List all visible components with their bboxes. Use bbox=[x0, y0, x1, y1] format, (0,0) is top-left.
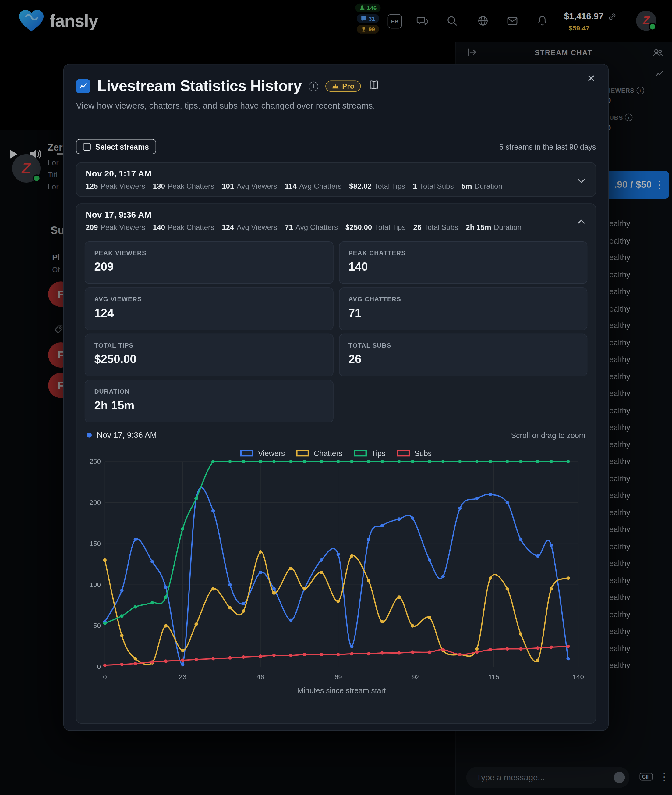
legend-item-chatters[interactable]: Chatters bbox=[296, 449, 343, 457]
svg-text:69: 69 bbox=[334, 673, 342, 681]
stat-card-value: 2h 15m bbox=[94, 399, 323, 412]
stat-card-value: 26 bbox=[349, 353, 578, 366]
stat-card-value: $250.00 bbox=[94, 353, 323, 366]
legend-label: Chatters bbox=[314, 449, 342, 457]
stat-label-inline: Total Subs bbox=[419, 182, 454, 190]
stat-label-inline: Peak Viewers bbox=[101, 223, 145, 231]
stat-value-inline: 125 bbox=[86, 182, 98, 190]
zoom-hint: Scroll or drag to zoom bbox=[511, 431, 585, 439]
svg-text:0: 0 bbox=[103, 673, 107, 681]
stat-value-inline: 5m bbox=[461, 182, 472, 190]
stat-value-inline: 209 bbox=[86, 223, 98, 231]
stream-stats-line: 125Peak Viewers130Peak Chatters101Avg Vi… bbox=[86, 182, 586, 190]
stat-label-inline: Avg Viewers bbox=[237, 223, 277, 231]
stat-card-label: PEAK VIEWERS bbox=[94, 250, 323, 256]
stat-card: PEAK CHATTERS140 bbox=[339, 241, 587, 284]
stat-value-inline: 2h 15m bbox=[466, 223, 491, 231]
stat-label-inline: Avg Chatters bbox=[299, 182, 341, 190]
chart-icon bbox=[76, 79, 90, 94]
legend-item-subs[interactable]: Subs bbox=[397, 449, 432, 457]
stat-card: TOTAL SUBS26 bbox=[339, 334, 587, 377]
svg-text:115: 115 bbox=[488, 673, 499, 681]
legend-item-tips[interactable]: Tips bbox=[354, 449, 386, 457]
stat-card: TOTAL TIPS$250.00 bbox=[85, 334, 333, 377]
streams-summary: 6 streams in the last 90 days bbox=[499, 143, 596, 151]
stat-value-inline: 124 bbox=[222, 223, 234, 231]
modal-subtitle: View how viewers, chatters, tips, and su… bbox=[76, 101, 596, 111]
stat-label-inline: Total Tips bbox=[375, 223, 406, 231]
close-icon[interactable]: × bbox=[587, 72, 595, 85]
modal-header: Livestream Statistics History i Pro × bbox=[76, 64, 596, 95]
stat-card-label: AVG VIEWERS bbox=[94, 296, 323, 303]
series-dot-icon bbox=[86, 433, 92, 438]
stat-card-value: 124 bbox=[94, 306, 323, 320]
legend-swatch bbox=[296, 450, 309, 457]
stats-line-chart[interactable]: ViewersChattersTipsSubs02346699211514005… bbox=[85, 444, 587, 700]
legend-swatch bbox=[354, 450, 367, 457]
chart-header-row: Nov 17, 9:36 AMScroll or drag to zoom bbox=[77, 430, 595, 439]
svg-text:200: 200 bbox=[90, 499, 101, 506]
stat-value-inline: 140 bbox=[153, 223, 165, 231]
legend-label: Subs bbox=[414, 449, 432, 457]
legend-item-viewers[interactable]: Viewers bbox=[240, 449, 285, 457]
stat-value-inline: 101 bbox=[222, 182, 234, 190]
stream-card: Nov 17, 9:36 AM209Peak Viewers140Peak Ch… bbox=[76, 203, 596, 724]
stat-card-value: 209 bbox=[94, 260, 323, 274]
svg-text:46: 46 bbox=[256, 673, 264, 681]
stream-date: Nov 17, 9:36 AM bbox=[86, 210, 586, 220]
stream-list: Nov 20, 1:17 AM125Peak Viewers130Peak Ch… bbox=[76, 162, 596, 724]
stat-label-inline: Peak Viewers bbox=[101, 182, 145, 190]
legend-swatch bbox=[397, 450, 410, 457]
pro-badge: Pro bbox=[325, 81, 361, 92]
select-streams-button[interactable]: Select streams bbox=[76, 139, 156, 154]
modal-toolbar: Select streams 6 streams in the last 90 … bbox=[76, 139, 596, 154]
stat-card-value: 140 bbox=[349, 260, 578, 274]
svg-text:100: 100 bbox=[90, 581, 101, 589]
legend-label: Tips bbox=[371, 449, 386, 457]
stat-label-inline: Total Subs bbox=[424, 223, 458, 231]
stat-value-inline: 26 bbox=[413, 223, 421, 231]
line-chart-svg: 023466992115140050100150200250Minutes si… bbox=[85, 444, 587, 700]
stat-label-inline: Peak Chatters bbox=[168, 223, 214, 231]
chevron-down-icon[interactable] bbox=[577, 176, 586, 185]
stat-card-label: AVG CHATTERS bbox=[349, 296, 578, 303]
stat-card-value: 71 bbox=[349, 306, 578, 320]
stat-card: AVG CHATTERS71 bbox=[339, 287, 587, 330]
stream-row-header[interactable]: Nov 17, 9:36 AM209Peak Viewers140Peak Ch… bbox=[77, 204, 595, 237]
chart-stream-date: Nov 17, 9:36 AM bbox=[97, 430, 157, 439]
docs-icon[interactable] bbox=[368, 80, 380, 92]
stat-card-label: DURATION bbox=[94, 388, 323, 395]
stream-stats-line: 209Peak Viewers140Peak Chatters124Avg Vi… bbox=[86, 223, 586, 231]
stat-value-inline: $82.02 bbox=[349, 182, 372, 190]
stat-card: AVG VIEWERS124 bbox=[85, 287, 333, 330]
legend-swatch bbox=[240, 450, 253, 457]
svg-text:0: 0 bbox=[97, 663, 101, 671]
stream-stat-grid: PEAK VIEWERS209PEAK CHATTERS140AVG VIEWE… bbox=[77, 241, 595, 423]
chart-legend: ViewersChattersTipsSubs bbox=[85, 449, 587, 457]
svg-text:140: 140 bbox=[573, 673, 584, 681]
svg-text:23: 23 bbox=[179, 673, 186, 681]
stat-value-inline: 130 bbox=[153, 182, 165, 190]
svg-text:50: 50 bbox=[93, 622, 101, 630]
stream-row-header[interactable]: Nov 20, 1:17 AM125Peak Viewers130Peak Ch… bbox=[77, 163, 595, 196]
svg-text:92: 92 bbox=[412, 673, 420, 681]
stat-label-inline: Avg Chatters bbox=[296, 223, 338, 231]
stat-card-label: PEAK CHATTERS bbox=[349, 250, 578, 256]
info-icon[interactable]: i bbox=[309, 82, 318, 91]
chevron-up-icon[interactable] bbox=[577, 217, 586, 226]
svg-text:150: 150 bbox=[90, 540, 101, 548]
stat-label-inline: Duration bbox=[494, 223, 522, 231]
stat-value-inline: $250.00 bbox=[346, 223, 372, 231]
stat-card-label: TOTAL SUBS bbox=[349, 342, 578, 349]
stat-label-inline: Peak Chatters bbox=[168, 182, 214, 190]
checkbox-icon bbox=[83, 143, 91, 150]
stream-card: Nov 20, 1:17 AM125Peak Viewers130Peak Ch… bbox=[76, 162, 596, 197]
stat-card: PEAK VIEWERS209 bbox=[85, 241, 333, 284]
svg-text:250: 250 bbox=[90, 458, 101, 465]
stat-value-inline: 71 bbox=[285, 223, 293, 231]
stat-card: DURATION2h 15m bbox=[85, 380, 333, 423]
livestream-stats-modal: Livestream Statistics History i Pro × Vi… bbox=[63, 64, 609, 731]
app: Z Zer Lor Titl Lor Sub Pl Of F F F STREA… bbox=[0, 0, 672, 795]
legend-label: Viewers bbox=[258, 449, 285, 457]
modal-title: Livestream Statistics History bbox=[97, 78, 302, 95]
